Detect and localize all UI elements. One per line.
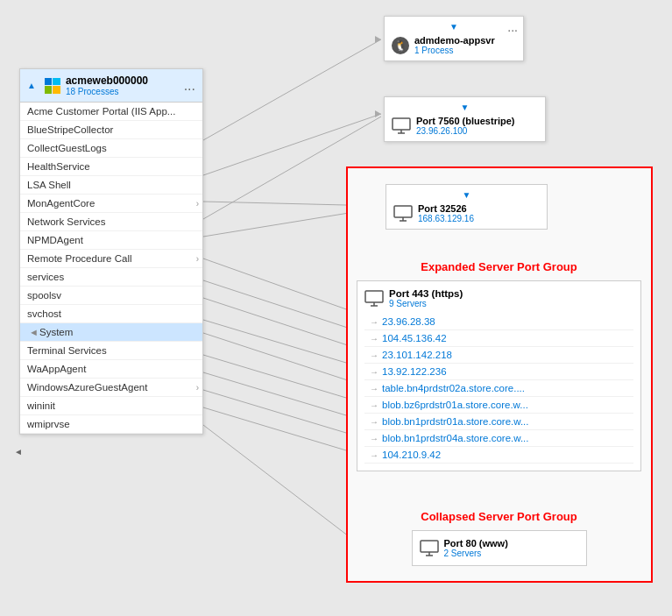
list-item[interactable]: services	[20, 268, 202, 287]
process-list: Acme Customer Portal (IIS App... BlueStr…	[20, 103, 202, 434]
svg-rect-37	[421, 541, 438, 552]
svg-rect-28	[393, 118, 410, 130]
list-item[interactable]: ◄System	[20, 323, 202, 342]
port7560-header: Port 7560 (bluestripe) 23.96.26.100	[392, 116, 538, 136]
arrow-right-icon: ›	[196, 254, 199, 264]
panel-title: acmeweb000000	[66, 74, 148, 87]
appsvr-more-menu[interactable]: ...	[507, 20, 518, 34]
list-item[interactable]: BlueStripeCollector	[20, 121, 202, 139]
list-item[interactable]: spoolsv	[20, 287, 202, 305]
expanded-server-group: Expanded Server Port Group Port 443 (htt…	[357, 260, 641, 471]
node-appsvr[interactable]: ... ▼ 🐧 admdemo-appsvr 1 Process	[384, 16, 524, 61]
svg-marker-16	[375, 110, 381, 117]
list-item[interactable]: WindowsAzureGuestAgent›	[20, 379, 202, 397]
port32526-subtitle: 168.63.129.16	[418, 214, 474, 223]
list-item[interactable]: wmiprvse	[20, 415, 202, 434]
arrow-right-icon: ›	[196, 383, 199, 393]
server-item[interactable]: 104.45.136.42	[364, 330, 633, 347]
svg-marker-15	[375, 36, 381, 43]
server-item[interactable]: 13.92.122.236	[364, 364, 633, 380]
collapse-arrow[interactable]: ▲	[27, 81, 36, 90]
collapsed-server-group: Collapsed Server Port Group Port 80 (www…	[357, 510, 641, 566]
svg-line-7	[203, 298, 364, 350]
list-item[interactable]: Acme Customer Portal (IIS App...	[20, 103, 202, 121]
list-item[interactable]: Network Services	[20, 213, 202, 231]
collapsed-group-title: Collapsed Server Port Group	[357, 510, 641, 523]
svg-line-13	[203, 407, 364, 456]
panel-more-menu[interactable]: ...	[184, 78, 195, 94]
port80-count: 2 Servers	[444, 549, 508, 558]
list-item[interactable]: wininit	[20, 397, 202, 415]
svg-line-6	[203, 280, 364, 333]
arrow-right-icon: ›	[196, 199, 199, 209]
appsvr-header: 🐧 admdemo-appsvr 1 Process	[392, 35, 516, 55]
expanded-area: ▼ Port 32526 168.63.129.16 Expanded Serv…	[346, 166, 653, 583]
svg-line-11	[203, 372, 364, 421]
list-item[interactable]: Remote Procedure Call›	[20, 250, 202, 268]
list-item[interactable]: MonAgentCore›	[20, 195, 202, 213]
svg-line-10	[203, 355, 364, 403]
port-443-title-block: Port 443 (https) 9 Servers	[389, 288, 463, 308]
server-item[interactable]: 104.210.9.42	[364, 447, 633, 464]
list-item[interactable]: Terminal Services	[20, 342, 202, 360]
svg-line-5	[203, 258, 364, 315]
selected-left-arrow: ◄	[29, 327, 39, 337]
server-item[interactable]: blob.bz6prdstr01a.store.core.w...	[364, 397, 633, 414]
port80-title: Port 80 (www)	[444, 538, 508, 549]
server-item[interactable]: table.bn4prdstr02a.store.core....	[364, 380, 633, 397]
port-443-title: Port 443 (https)	[389, 288, 463, 299]
port7560-subtitle: 23.96.26.100	[416, 126, 514, 136]
monitor-icon	[392, 117, 411, 135]
node-port32526[interactable]: ▼ Port 32526 168.63.129.16	[386, 184, 548, 230]
list-item[interactable]: WaAppAgent	[20, 360, 202, 379]
svg-rect-34	[365, 291, 383, 302]
system-left-arrow: ◄	[14, 447, 23, 457]
port-443-count: 9 Servers	[389, 299, 463, 308]
appsvr-title-block: admdemo-appsvr 1 Process	[414, 35, 495, 55]
port-443-header: Port 443 (https) 9 Servers	[364, 288, 633, 308]
svg-rect-31	[394, 206, 412, 217]
svg-line-9	[203, 333, 364, 386]
port32526-title-block: Port 32526 168.63.129.16	[418, 203, 474, 223]
linux-icon: 🐧	[392, 37, 409, 54]
appsvr-subtitle: 1 Process	[414, 46, 495, 55]
port32526-header: Port 32526 168.63.129.16	[393, 203, 540, 223]
port80-node[interactable]: Port 80 (www) 2 Servers	[412, 530, 587, 566]
monitor-icon	[420, 540, 439, 557]
appsvr-title: admdemo-appsvr	[414, 35, 495, 46]
list-item[interactable]: CollectGuestLogs	[20, 139, 202, 158]
port7560-title: Port 7560 (bluestripe)	[416, 116, 514, 126]
monitor-icon	[364, 290, 384, 308]
windows-icon	[45, 78, 60, 94]
server-list: 23.96.28.38 104.45.136.42 23.101.142.218…	[364, 314, 633, 464]
panel-title-block: acmeweb000000 18 Processes	[66, 74, 148, 96]
svg-line-8	[203, 320, 364, 368]
server-item[interactable]: blob.bn1prdstr04a.store.core.w...	[364, 430, 633, 447]
server-item[interactable]: 23.96.28.38	[364, 314, 633, 330]
server-item[interactable]: 23.101.142.218	[364, 347, 633, 364]
expanded-group-content: Port 443 (https) 9 Servers 23.96.28.38 1…	[357, 280, 641, 471]
monitor-icon	[393, 205, 413, 223]
list-item[interactable]: svchost	[20, 305, 202, 323]
svg-line-0	[203, 39, 381, 140]
panel-header: ▲ acmeweb000000 18 Processes ...	[20, 69, 202, 103]
process-panel: ▲ acmeweb000000 18 Processes ... Acme Cu…	[19, 68, 203, 435]
panel-header-content: ▲ acmeweb000000 18 Processes	[27, 74, 148, 96]
port32526-title: Port 32526	[418, 203, 474, 214]
expanded-group-title: Expanded Server Port Group	[357, 260, 641, 273]
port7560-title-block: Port 7560 (bluestripe) 23.96.26.100	[416, 116, 514, 136]
list-item[interactable]: LSA Shell	[20, 176, 202, 195]
node-port7560[interactable]: ▼ Port 7560 (bluestripe) 23.96.26.100	[384, 96, 546, 142]
port80-title-block: Port 80 (www) 2 Servers	[444, 538, 508, 558]
server-item[interactable]: blob.bn1prdstr01a.store.core.w...	[364, 414, 633, 430]
appsvr-collapse: ▼	[392, 22, 516, 32]
list-item[interactable]: HealthService	[20, 158, 202, 176]
svg-line-12	[203, 390, 364, 438]
list-item[interactable]: NPMDAgent	[20, 231, 202, 250]
panel-subtitle: 18 Processes	[66, 87, 148, 96]
